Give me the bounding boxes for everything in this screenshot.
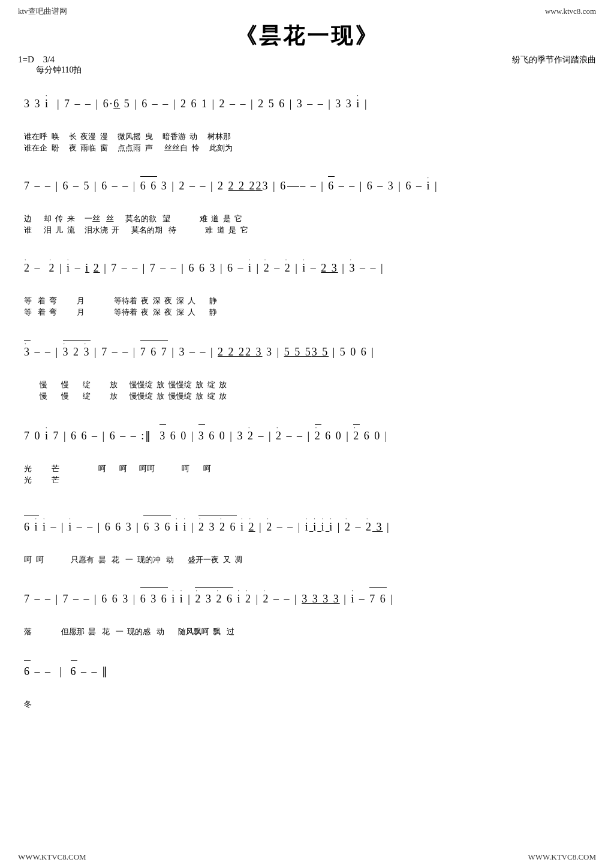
- song-title: 《昙花一现》: [18, 22, 596, 51]
- lyrics-5a: 光 芒 呵 呵 呵呵 呵 呵: [24, 463, 590, 475]
- section-8: 6 – – | 6 – – ‖ 冬: [24, 643, 590, 710]
- site-left: ktv查吧曲谱网: [18, 6, 67, 17]
- key-signature: 1=D: [18, 55, 34, 64]
- lyrics-4b: 慢 慢 绽 放 慢慢绽 放 慢慢绽 放 绽 放: [24, 390, 590, 402]
- notation-8: 6 – – | 6 – – ‖: [24, 643, 590, 698]
- lyrics-3b: 等 着 弯 月 等待着 夜 深 夜 深 人 静: [24, 306, 590, 318]
- section-1: 3 3 i· | 7 – – | 6·6 5 | 6 – – | 2 6 1 |…: [24, 77, 590, 154]
- lyrics-8a: 冬: [24, 698, 590, 710]
- site-right: www.ktvc8.com: [545, 7, 596, 16]
- notation-3: 2· – 2· | i· – i 2 | 7 – – | 7 – – | 6 6…: [24, 241, 590, 295]
- notation-5: 7 0 i· 7 | 6 6 – | 6 – – :‖ 3 6 0 | 3 6 …: [24, 407, 590, 463]
- notation-6: 6 i· i· – | i· – – | 6 6 3 | 6 3 6 i· i·…: [24, 498, 590, 554]
- lyrics-4a: 慢 慢 绽 放 慢慢绽 放 慢慢绽 放 绽 放: [24, 379, 590, 391]
- tempo: 每分钟110拍: [36, 65, 82, 74]
- section-2: 7 – – | 6 – 5 | 6 – – | 6 6 3 | 2 – – | …: [24, 159, 590, 236]
- lyrics-7a: 落 但愿那 昙 花 一 现的感 动 随风飘呵 飘 过: [24, 626, 590, 638]
- bottom-bar: WWW.KTVC8.COM WWW.KTVC8.COM: [18, 852, 596, 862]
- section-4: 3· – – | 3· 2 3· | 7 – – | 7 6 7 | 3 – –…: [24, 323, 590, 402]
- meta-left: 1=D 3/4 每分钟110拍: [18, 55, 82, 76]
- time-signature: 3/4: [43, 55, 55, 64]
- section-3: 2· – 2· | i· – i 2 | 7 – – | 7 – – | 6 6…: [24, 241, 590, 318]
- meta-row: 1=D 3/4 每分钟110拍 纷飞的季节作词踏浪曲: [18, 55, 596, 76]
- lyrics-1a: 谁在呼 唤 长 夜漫 漫 微风摇 曳 暗香游 动 树林那: [24, 131, 590, 143]
- lyrics-2b: 谁 泪 儿 流 泪水浇 开 莫名的期 待 难 道 是 它: [24, 224, 590, 236]
- music-content: 3 3 i· | 7 – – | 6·6 5 | 6 – – | 2 6 1 |…: [18, 77, 596, 710]
- section-6: 6 i· i· – | i· – – | 6 6 3 | 6 3 6 i· i·…: [24, 498, 590, 565]
- top-bar: ktv查吧曲谱网 www.ktvc8.com: [18, 6, 596, 17]
- section-5: 7 0 i· 7 | 6 6 – | 6 – – :‖ 3 6 0 | 3 6 …: [24, 407, 590, 486]
- lyrics-6a: 呵 呵 只愿有 昙 花 一 现的冲 动 盛开一夜 又 凋: [24, 554, 590, 566]
- lyrics-1b: 谁在企 盼 夜 雨临 窗 点点雨 声 丝丝自 怜 此刻为: [24, 142, 590, 154]
- notation-1: 3 3 i· | 7 – – | 6·6 5 | 6 – – | 2 6 1 |…: [24, 77, 590, 131]
- bottom-left: WWW.KTVC8.COM: [18, 852, 86, 862]
- lyrics-3a: 等 着 弯 月 等待着 夜 深 夜 深 人 静: [24, 295, 590, 307]
- notation-7: 7 – – | 7 – – | 6 6 3 | 6 3 6 i· i· | 2·…: [24, 570, 590, 626]
- lyrics-5b: 光 芒: [24, 474, 590, 486]
- lyrics-2a: 边 却 传 来 一丝 丝 莫名的欲 望 难 道 是 它: [24, 213, 590, 225]
- page: ktv查吧曲谱网 www.ktvc8.com 《昙花一现》 1=D 3/4 每分…: [0, 0, 614, 733]
- notation-4: 3· – – | 3· 2 3· | 7 – – | 7 6 7 | 3 – –…: [24, 323, 590, 379]
- bottom-right: WWW.KTVC8.COM: [528, 852, 596, 862]
- section-7: 7 – – | 7 – – | 6 6 3 | 6 3 6 i· i· | 2·…: [24, 570, 590, 637]
- composer: 纷飞的季节作词踏浪曲: [512, 55, 596, 65]
- notation-2: 7 – – | 6 – 5 | 6 – – | 6 6 3 | 2 – – | …: [24, 159, 590, 213]
